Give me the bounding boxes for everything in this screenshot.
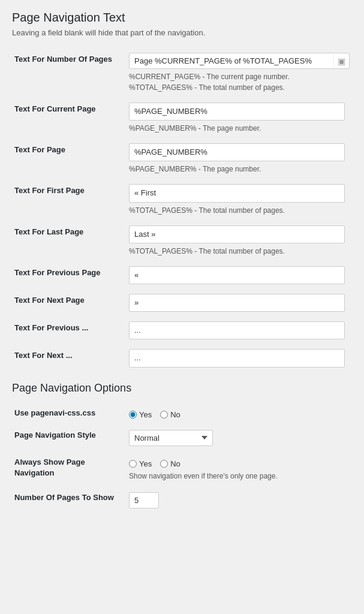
label-first-page: Text For First Page: [12, 179, 123, 220]
page-container: Page Navigation Text Leaving a field bla…: [0, 0, 364, 524]
last-page-hint: %TOTAL_PAGES% - The total number of page…: [129, 246, 350, 257]
label-use-css: Use pagenavi-css.css: [12, 402, 123, 424]
label-number-of-pages: Text For Number Of Pages: [12, 48, 123, 98]
label-always-show: Always Show Page Navigation: [12, 451, 123, 486]
cell-nav-style: Normal Simple: [123, 424, 352, 451]
next-page-input[interactable]: [129, 294, 345, 312]
label-current-page: Text For Current Page: [12, 98, 123, 139]
row-page: Text For Page %PAGE_NUMBER% - The page n…: [12, 139, 352, 179]
cell-current-page: %PAGE_NUMBER% - The page number.: [123, 98, 352, 139]
row-next-page: Text For Next Page: [12, 289, 352, 317]
number-of-pages-hint1: %CURRENT_PAGE% - The current page number…: [129, 71, 350, 93]
label-next-page: Text For Next Page: [12, 289, 123, 317]
row-number-of-pages: Text For Number Of Pages ▣ %CURRENT_PAGE…: [12, 48, 352, 98]
cell-previous-page: [123, 261, 352, 289]
cell-always-show: Yes No Show navigation even if there's o…: [123, 451, 352, 486]
next-dots-input[interactable]: [129, 349, 345, 367]
cell-next-dots: [123, 344, 352, 372]
label-previous-dots: Text For Previous ...: [12, 317, 123, 344]
options-title: Page Navigation Options: [12, 382, 352, 395]
row-current-page: Text For Current Page %PAGE_NUMBER% - Th…: [12, 98, 352, 139]
label-next-dots: Text For Next ...: [12, 344, 123, 372]
cell-number-of-pages: ▣ %CURRENT_PAGE% - The current page numb…: [123, 48, 352, 98]
cell-use-css: Yes No: [123, 402, 352, 424]
row-use-css: Use pagenavi-css.css Yes No: [12, 402, 352, 424]
always-show-yes-label[interactable]: Yes: [129, 459, 152, 468]
page-subtitle: Leaving a field blank will hide that par…: [12, 28, 352, 37]
cell-page: %PAGE_NUMBER% - The page number.: [123, 139, 352, 179]
row-first-page: Text For First Page %TOTAL_PAGES% - The …: [12, 179, 352, 220]
always-show-no-text: No: [170, 459, 181, 468]
options-divider: Page Navigation Options: [12, 382, 352, 395]
row-last-page: Text For Last Page %TOTAL_PAGES% - The t…: [12, 221, 352, 261]
page-input[interactable]: [129, 143, 345, 161]
number-of-pages-input-wrapper: ▣: [129, 53, 350, 69]
use-css-yes-radio[interactable]: [129, 411, 137, 419]
number-of-pages-input[interactable]: [130, 53, 333, 68]
nav-style-select[interactable]: Normal Simple: [129, 430, 213, 446]
label-previous-page: Text For Previous Page: [12, 261, 123, 289]
always-show-no-label[interactable]: No: [160, 459, 181, 468]
always-show-hint: Show navigation even if there's only one…: [129, 471, 350, 481]
row-pages-to-show: Number Of Pages To Show: [12, 486, 352, 513]
label-nav-style: Page Navigation Style: [12, 424, 123, 451]
number-of-pages-icon[interactable]: ▣: [333, 54, 349, 68]
first-page-hint: %TOTAL_PAGES% - The total number of page…: [129, 205, 350, 216]
previous-page-input[interactable]: [129, 266, 345, 284]
previous-dots-input[interactable]: [129, 321, 345, 339]
row-previous-dots: Text For Previous ...: [12, 317, 352, 344]
pages-to-show-input[interactable]: [129, 492, 159, 508]
always-show-yes-radio[interactable]: [129, 460, 137, 468]
label-pages-to-show: Number Of Pages To Show: [12, 486, 123, 513]
row-next-dots: Text For Next ...: [12, 344, 352, 372]
navigation-options-table: Use pagenavi-css.css Yes No: [12, 402, 352, 513]
first-page-input[interactable]: [129, 184, 345, 202]
row-previous-page: Text For Previous Page: [12, 261, 352, 289]
row-always-show: Always Show Page Navigation Yes No Show …: [12, 451, 352, 486]
use-css-no-text: No: [170, 410, 181, 419]
always-show-no-radio[interactable]: [160, 460, 168, 468]
cell-previous-dots: [123, 317, 352, 344]
page-title: Page Navigation Text: [12, 11, 352, 25]
current-page-hint: %PAGE_NUMBER% - The page number.: [129, 123, 350, 134]
use-css-radio-group: Yes No: [129, 407, 350, 419]
current-page-input[interactable]: [129, 103, 345, 121]
use-css-no-label[interactable]: No: [160, 410, 181, 419]
cell-last-page: %TOTAL_PAGES% - The total number of page…: [123, 221, 352, 261]
row-nav-style: Page Navigation Style Normal Simple: [12, 424, 352, 451]
cell-next-page: [123, 289, 352, 317]
always-show-yes-text: Yes: [139, 459, 152, 468]
use-css-no-radio[interactable]: [160, 411, 168, 419]
last-page-input[interactable]: [129, 225, 345, 243]
page-hint: %PAGE_NUMBER% - The page number.: [129, 164, 350, 174]
use-css-yes-label[interactable]: Yes: [129, 410, 152, 419]
navigation-text-table: Text For Number Of Pages ▣ %CURRENT_PAGE…: [12, 48, 352, 372]
label-last-page: Text For Last Page: [12, 221, 123, 261]
cell-first-page: %TOTAL_PAGES% - The total number of page…: [123, 179, 352, 220]
cell-pages-to-show: [123, 486, 352, 513]
use-css-yes-text: Yes: [139, 410, 152, 419]
label-page: Text For Page: [12, 139, 123, 179]
always-show-radio-group: Yes No: [129, 456, 350, 468]
